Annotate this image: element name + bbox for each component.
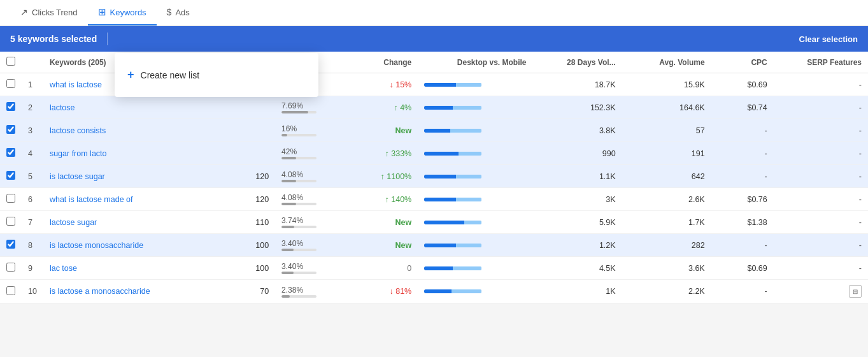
percent-text: 3.74% — [281, 216, 303, 225]
keyword-link[interactable]: lactose sugar — [50, 218, 97, 227]
th-avg-volume[interactable]: Avg. Volume — [622, 52, 711, 73]
percent-bar: 16% — [281, 124, 340, 136]
row-checkbox[interactable] — [6, 102, 15, 111]
keyword-link[interactable]: what is lactose made of — [50, 195, 133, 204]
row-checkbox-cell[interactable] — [0, 165, 22, 188]
percent-bar: 42% — [281, 147, 340, 159]
row-percent: 3.40% — [275, 257, 346, 280]
th-change[interactable]: Change — [346, 52, 418, 73]
row-checkbox[interactable] — [6, 217, 15, 226]
keywords-icon: ⊞ — [98, 6, 106, 18]
row-cpc: - — [711, 165, 774, 188]
desktop-mobile-bar — [424, 152, 481, 156]
row-checkbox-cell[interactable] — [0, 234, 22, 257]
change-value: ↑ 140% — [385, 195, 412, 204]
tab-clicks-trend[interactable]: ↗ Clicks Trend — [10, 0, 88, 26]
th-serp[interactable]: SERP Features — [774, 52, 868, 73]
th-checkbox[interactable] — [0, 52, 22, 73]
row-avg-volume: 642 — [622, 165, 711, 188]
keyword-link[interactable]: lactose consists — [50, 126, 106, 135]
table-row: 7 lactose sugar 110 3.74% New 5.9K 1.7K … — [0, 211, 868, 234]
row-keyword: what is lactose made of — [43, 188, 204, 211]
percent-text: 42% — [281, 147, 297, 156]
keyword-link[interactable]: is lactose monosaccharide — [50, 241, 143, 250]
row-checkbox[interactable] — [6, 194, 15, 203]
row-checkbox-cell[interactable] — [0, 188, 22, 211]
row-checkbox[interactable] — [6, 240, 15, 249]
percent-bar: 7.69% — [281, 101, 340, 113]
row-change: ↑ 140% — [346, 188, 418, 211]
keyword-link[interactable]: sugar from lacto — [50, 149, 107, 158]
row-checkbox-cell[interactable] — [0, 73, 22, 96]
row-volume — [204, 96, 275, 119]
row-volume: 120 — [204, 165, 275, 188]
row-checkbox[interactable] — [6, 286, 15, 295]
row-serp: - — [774, 96, 868, 119]
change-value: ↑ 4% — [394, 103, 411, 112]
row-percent: 3.74% — [275, 211, 346, 234]
desktop-mobile-bar — [424, 266, 481, 270]
row-keyword: sugar from lacto — [43, 142, 204, 165]
change-value: ↓ 81% — [389, 287, 411, 296]
row-28-days: 1.1K — [533, 165, 622, 188]
th-desktop-mobile[interactable]: Desktop vs. Mobile — [418, 52, 532, 73]
row-cpc: - — [711, 234, 774, 257]
percent-bar: 3.74% — [281, 216, 340, 228]
row-avg-volume: 2.6K — [622, 188, 711, 211]
row-change: ↑ 4% — [346, 96, 418, 119]
table-row: 10 is lactose a monosaccharide 70 2.38% … — [0, 280, 868, 303]
row-28-days: 152.3K — [533, 96, 622, 119]
desktop-mobile-bar — [424, 289, 481, 293]
row-checkbox[interactable] — [6, 125, 15, 134]
row-28-days: 1K — [533, 280, 622, 303]
row-cpc: $0.74 — [711, 96, 774, 119]
row-num: 1 — [22, 73, 43, 96]
keyword-link[interactable]: lactose — [50, 103, 75, 112]
row-volume: 100 — [204, 257, 275, 280]
row-checkbox[interactable] — [6, 171, 15, 180]
select-all-checkbox[interactable] — [6, 57, 15, 66]
clear-selection-button[interactable]: Clear selection — [799, 34, 858, 44]
percent-text: 4.08% — [281, 170, 303, 179]
serp-dash: - — [859, 241, 862, 250]
row-avg-volume: 3.6K — [622, 257, 711, 280]
row-checkbox-cell[interactable] — [0, 211, 22, 234]
row-avg-volume: 2.2K — [622, 280, 711, 303]
row-avg-volume: 57 — [622, 119, 711, 142]
row-desktop-mobile — [418, 142, 532, 165]
keyword-link[interactable]: what is lactose — [50, 80, 102, 89]
tab-ads[interactable]: $ Ads — [157, 0, 200, 26]
th-cpc[interactable]: CPC — [711, 52, 774, 73]
tab-keywords[interactable]: ⊞ Keywords — [88, 0, 157, 26]
keyword-link[interactable]: is lactose sugar — [50, 172, 105, 181]
row-checkbox[interactable] — [6, 148, 15, 157]
row-num: 10 — [22, 280, 43, 303]
row-checkbox[interactable] — [6, 263, 15, 272]
row-checkbox-cell[interactable] — [0, 280, 22, 303]
percent-bar: 3.40% — [281, 239, 340, 251]
selection-divider — [107, 33, 108, 45]
row-28-days: 3.8K — [533, 119, 622, 142]
row-desktop-mobile — [418, 119, 532, 142]
row-volume: 100 — [204, 234, 275, 257]
row-num: 7 — [22, 211, 43, 234]
row-checkbox-cell[interactable] — [0, 142, 22, 165]
row-keyword: lactose — [43, 96, 204, 119]
percent-text: 2.38% — [281, 286, 303, 295]
row-keyword: lactose consists — [43, 119, 204, 142]
keyword-link[interactable]: is lactose a monosaccharide — [50, 287, 150, 296]
create-new-list-item[interactable]: + Create new list — [115, 61, 318, 89]
row-checkbox-cell[interactable] — [0, 257, 22, 280]
row-checkbox-cell[interactable] — [0, 119, 22, 142]
row-checkbox-cell[interactable] — [0, 96, 22, 119]
row-cpc: - — [711, 142, 774, 165]
row-num: 4 — [22, 142, 43, 165]
row-checkbox[interactable] — [6, 79, 15, 88]
row-avg-volume: 282 — [622, 234, 711, 257]
table-row: 3 lactose consists 16% New 3.8K 57 - - — [0, 119, 868, 142]
change-value: ↑ 1100% — [381, 172, 412, 181]
th-28-days[interactable]: 28 Days Vol... — [533, 52, 622, 73]
keyword-link[interactable]: lac tose — [50, 264, 77, 273]
row-serp: - — [774, 211, 868, 234]
plus-icon: + — [127, 68, 134, 82]
